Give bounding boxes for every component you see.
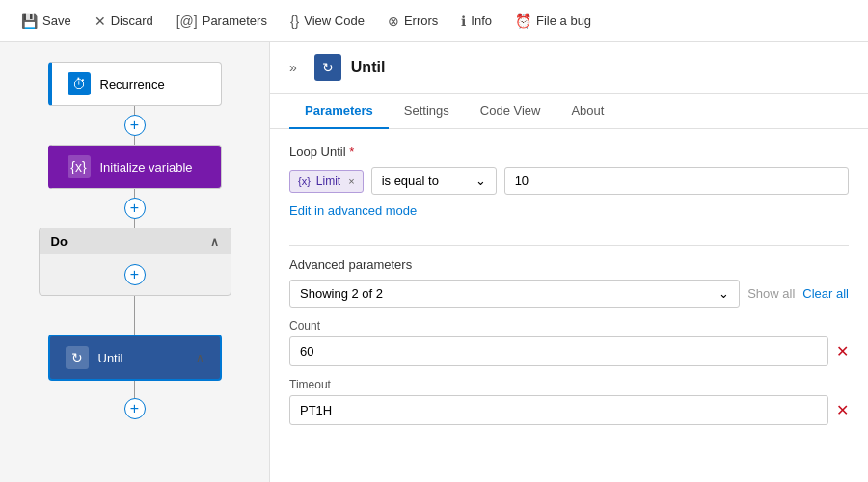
errors-label: Errors bbox=[404, 13, 438, 28]
loop-until-row: {x} Limit × is equal to ⌄ bbox=[289, 167, 849, 195]
adv-params-label: Advanced parameters bbox=[289, 257, 849, 272]
save-button[interactable]: 💾 Save bbox=[12, 10, 81, 33]
adv-params-select[interactable]: Showing 2 of 2 ⌄ bbox=[289, 280, 740, 308]
connector-line bbox=[134, 136, 135, 145]
connector-line bbox=[134, 106, 135, 115]
parameters-icon: [@] bbox=[176, 13, 198, 29]
info-icon: ℹ bbox=[461, 13, 466, 29]
save-label: Save bbox=[42, 13, 71, 28]
discard-button[interactable]: ✕ Discard bbox=[85, 10, 163, 33]
tab-code-view[interactable]: Code View bbox=[465, 94, 556, 129]
until-collapse-icon[interactable]: ∧ bbox=[196, 351, 204, 364]
timeout-label: Timeout bbox=[289, 378, 849, 391]
panel-content: Loop Until * {x} Limit × is equal to ⌄ E… bbox=[270, 129, 868, 452]
add-step-btn-1[interactable]: + bbox=[124, 115, 146, 136]
init-variable-node[interactable]: {x} Initialize variable bbox=[48, 145, 222, 189]
do-header[interactable]: Do ∧ bbox=[40, 228, 231, 254]
expand-icon[interactable]: » bbox=[289, 60, 297, 75]
condition-chevron-icon: ⌄ bbox=[475, 174, 486, 188]
edit-advanced-mode-link[interactable]: Edit in advanced mode bbox=[289, 203, 417, 218]
tab-about[interactable]: About bbox=[556, 94, 619, 129]
connector-line bbox=[134, 381, 135, 398]
add-step-btn-2[interactable]: + bbox=[124, 198, 146, 219]
limit-token: {x} Limit × bbox=[289, 170, 364, 193]
errors-button[interactable]: ⊗ Errors bbox=[378, 10, 448, 33]
loop-until-label: Loop Until * bbox=[289, 145, 849, 159]
right-panel: » ↻ Until Parameters Settings Code View … bbox=[270, 42, 868, 482]
view-code-button[interactable]: {} View Code bbox=[281, 10, 374, 33]
connector-1: + bbox=[124, 106, 146, 145]
view-code-label: View Code bbox=[304, 13, 365, 28]
connector-line bbox=[134, 189, 135, 198]
showing-label: Showing 2 of 2 bbox=[300, 286, 383, 301]
connector-3 bbox=[134, 296, 135, 335]
save-icon: 💾 bbox=[21, 13, 38, 29]
collapse-icon[interactable]: ∧ bbox=[210, 235, 219, 249]
connector-2: + bbox=[124, 189, 146, 228]
adv-params-row: Showing 2 of 2 ⌄ Show all Clear all bbox=[289, 280, 849, 308]
show-all-button[interactable]: Show all bbox=[747, 286, 795, 301]
timeout-field: Timeout ✕ bbox=[289, 378, 849, 425]
recurrence-icon: ⏱ bbox=[68, 72, 91, 95]
required-marker: * bbox=[349, 145, 354, 159]
errors-icon: ⊗ bbox=[388, 13, 399, 29]
until-node[interactable]: ↻ Until ∧ bbox=[48, 335, 222, 381]
do-container: Do ∧ + bbox=[39, 228, 231, 296]
condition-label: is equal to bbox=[382, 174, 439, 188]
do-label: Do bbox=[51, 234, 68, 249]
tab-parameters[interactable]: Parameters bbox=[289, 94, 389, 129]
count-clear-btn[interactable]: ✕ bbox=[836, 342, 849, 361]
condition-select[interactable]: is equal to ⌄ bbox=[371, 167, 497, 195]
parameters-button[interactable]: [@] Parameters bbox=[167, 10, 277, 33]
count-input[interactable] bbox=[289, 336, 828, 366]
separator bbox=[289, 245, 849, 246]
count-input-row: ✕ bbox=[289, 336, 849, 366]
until-icon: ↻ bbox=[66, 346, 89, 369]
tabs: Parameters Settings Code View About bbox=[270, 94, 868, 129]
parameters-label: Parameters bbox=[203, 13, 267, 28]
condition-value-input[interactable] bbox=[504, 167, 849, 195]
add-step-btn-do[interactable]: + bbox=[124, 264, 146, 285]
token-remove-btn[interactable]: × bbox=[348, 175, 354, 187]
recurrence-label: Recurrence bbox=[100, 77, 165, 92]
count-field: Count ✕ bbox=[289, 319, 849, 366]
connector-line bbox=[134, 296, 135, 335]
connector-4: + bbox=[124, 381, 146, 419]
adv-chevron-icon: ⌄ bbox=[719, 286, 729, 301]
tab-settings[interactable]: Settings bbox=[389, 94, 465, 129]
panel-title-icon: ↻ bbox=[314, 54, 341, 81]
info-label: Info bbox=[471, 13, 492, 28]
timeout-input[interactable] bbox=[289, 395, 828, 425]
do-content: + bbox=[40, 254, 231, 295]
count-label: Count bbox=[289, 319, 849, 333]
timeout-clear-btn[interactable]: ✕ bbox=[836, 401, 849, 419]
main-layout: ⏱ Recurrence + {x} Initialize variable +… bbox=[0, 42, 868, 482]
clear-all-button[interactable]: Clear all bbox=[802, 286, 849, 301]
timeout-input-row: ✕ bbox=[289, 395, 849, 425]
init-var-label: Initialize variable bbox=[100, 160, 193, 174]
token-label: Limit bbox=[316, 174, 340, 188]
file-bug-button[interactable]: ⏰ File a bug bbox=[505, 10, 601, 33]
until-label: Until bbox=[98, 351, 123, 365]
panel-title: Until bbox=[351, 59, 386, 76]
init-var-icon: {x} bbox=[68, 155, 91, 178]
add-step-btn-4[interactable]: + bbox=[124, 398, 146, 419]
token-icon: {x} bbox=[298, 175, 311, 187]
file-bug-label: File a bug bbox=[536, 13, 591, 28]
recurrence-node[interactable]: ⏱ Recurrence bbox=[48, 62, 222, 106]
info-button[interactable]: ℹ Info bbox=[451, 10, 502, 33]
discard-label: Discard bbox=[111, 13, 153, 28]
flow-canvas: ⏱ Recurrence + {x} Initialize variable +… bbox=[0, 42, 270, 482]
panel-header: » ↻ Until bbox=[270, 42, 868, 94]
file-bug-icon: ⏰ bbox=[515, 13, 531, 29]
discard-icon: ✕ bbox=[95, 13, 106, 29]
view-code-icon: {} bbox=[290, 13, 299, 29]
toolbar: 💾 Save ✕ Discard [@] Parameters {} View … bbox=[0, 0, 868, 42]
connector-line bbox=[134, 219, 135, 228]
